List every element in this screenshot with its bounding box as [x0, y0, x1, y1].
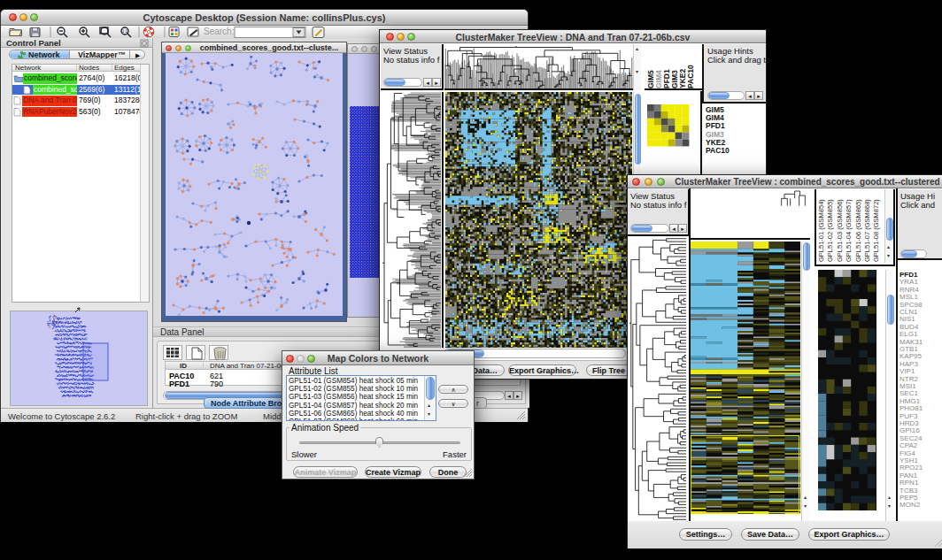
svg-text:Search:: Search:: [204, 27, 234, 36]
svg-text:GPL51-04 (GSM857): GPL51-04 (GSM857): [845, 199, 853, 262]
svg-text:GPL51-03 (GSM856): GPL51-03 (GSM856): [836, 199, 844, 262]
svg-text:PAC10: PAC10: [686, 65, 695, 88]
svg-text:1:1: 1:1: [122, 29, 128, 34]
svg-text:GPL51-08 (GSM872): GPL51-08 (GSM872): [872, 199, 880, 262]
svg-text:GPL51-02 (GSM855): GPL51-02 (GSM855): [826, 199, 834, 262]
svg-text:GPL51-06 (GSM865): GPL51-06 (GSM865): [854, 199, 862, 262]
svg-text:GPL51-01 (GSM854): GPL51-01 (GSM854): [817, 199, 825, 262]
svg-text:GPL51-07 (GSM868): GPL51-07 (GSM868): [863, 199, 871, 262]
